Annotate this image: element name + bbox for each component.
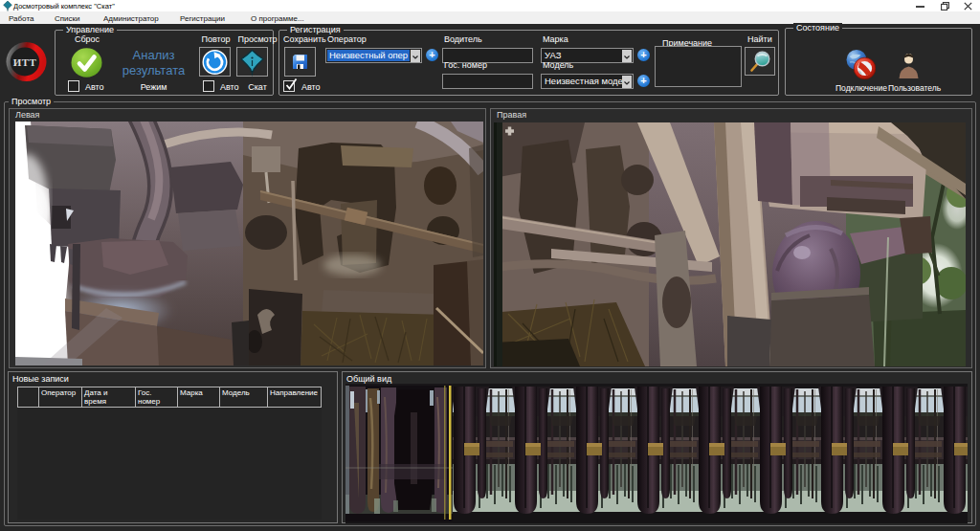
svg-text:ИТТ: ИТТ [13, 56, 37, 68]
